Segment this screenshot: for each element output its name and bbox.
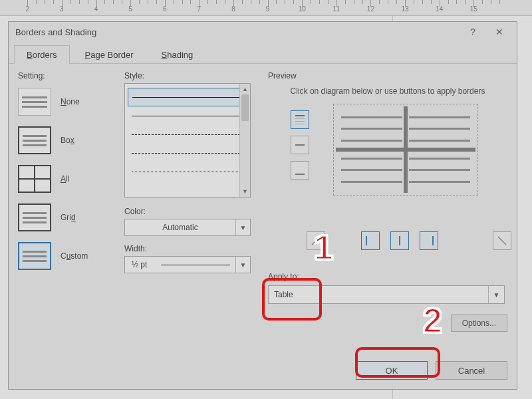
style-listbox[interactable]: ▲ ▼: [124, 83, 251, 198]
cancel-button[interactable]: Cancel: [436, 361, 507, 380]
style-column: Style: ▲ ▼ Color: Automatic ▼ Widt: [124, 71, 257, 273]
svg-rect-8: [399, 236, 400, 245]
ok-button[interactable]: OK: [356, 361, 428, 380]
setting-none-thumb: [18, 88, 51, 116]
dialog-titlebar: Borders and Shading ? ✕: [9, 22, 517, 42]
scroll-up-icon[interactable]: ▲: [240, 84, 250, 94]
svg-line-10: [498, 237, 506, 245]
border-mid-h-button[interactable]: [291, 136, 309, 154]
dialog-title: Borders and Shading: [15, 27, 96, 37]
style-scrollbar[interactable]: ▲ ▼: [239, 84, 250, 197]
width-value: ½ pt: [125, 260, 156, 269]
svg-rect-7: [366, 236, 367, 245]
style-option[interactable]: [128, 88, 247, 106]
preview-header: Preview: [268, 71, 507, 80]
svg-line-6: [312, 237, 320, 245]
apply-to-label: Apply to:: [268, 272, 507, 281]
style-option[interactable]: [128, 144, 247, 162]
border-bottom-icon: [295, 165, 305, 176]
diag-icon: [311, 235, 321, 246]
setting-all-thumb: [18, 165, 51, 193]
border-mid-v-icon: [394, 235, 405, 246]
border-right-icon: [424, 235, 434, 246]
setting-all[interactable]: All: [18, 162, 118, 196]
apply-to-value: Table: [269, 290, 488, 299]
tab-page-border[interactable]: Page Border: [72, 45, 146, 64]
border-right-button[interactable]: [420, 231, 438, 250]
setting-custom[interactable]: Custom: [18, 239, 118, 273]
width-sample-line: [161, 265, 230, 265]
svg-rect-3: [295, 124, 305, 124]
diag-icon: [497, 235, 507, 246]
border-left-button[interactable]: [361, 231, 380, 250]
width-label: Width:: [124, 244, 257, 253]
border-diag1-button[interactable]: [307, 231, 325, 250]
style-option[interactable]: [128, 125, 247, 144]
svg-rect-9: [432, 236, 434, 245]
close-button[interactable]: ✕: [486, 24, 513, 40]
setting-none[interactable]: None: [18, 84, 118, 119]
svg-rect-1: [295, 118, 305, 119]
tab-shading[interactable]: Shading: [149, 45, 206, 64]
close-icon: ✕: [495, 27, 503, 37]
border-mid-v-button[interactable]: [390, 231, 409, 250]
setting-grid-thumb: [18, 203, 51, 231]
options-button[interactable]: Options...: [451, 315, 507, 332]
dialog-tabs: Borders Page Border Shading: [9, 42, 517, 64]
borders-shading-dialog: Borders and Shading ? ✕ Borders Page Bor…: [8, 21, 517, 390]
border-mid-h-icon: [295, 140, 305, 150]
setting-box[interactable]: Box: [18, 123, 118, 158]
border-diag2-button[interactable]: [493, 231, 511, 250]
preview-hint: Click on diagram below or use buttons to…: [288, 86, 487, 97]
setting-header: Setting:: [18, 71, 118, 80]
preview-cell[interactable]: [336, 106, 475, 193]
svg-rect-2: [295, 121, 305, 122]
color-label: Color:: [124, 207, 257, 216]
border-top-icon: [295, 114, 305, 125]
apply-to-group: Apply to: Table ▼: [268, 272, 507, 304]
scroll-down-icon[interactable]: ▼: [240, 186, 250, 197]
help-button[interactable]: ?: [460, 24, 486, 40]
dialog-buttons: OK Cancel: [356, 361, 507, 380]
color-combobox[interactable]: Automatic ▼: [124, 219, 251, 236]
preview-diagram[interactable]: [295, 106, 501, 213]
chevron-down-icon: ▼: [235, 257, 250, 273]
svg-rect-5: [295, 174, 305, 175]
help-icon: ?: [470, 27, 475, 37]
svg-rect-4: [295, 144, 305, 146]
apply-to-combobox[interactable]: Table ▼: [268, 285, 505, 304]
setting-custom-thumb: [18, 242, 51, 270]
tab-borders[interactable]: Borders: [14, 45, 70, 64]
border-left-icon: [365, 235, 376, 246]
horizontal-ruler: 23456789101112131415: [0, 0, 532, 16]
color-value: Automatic: [125, 223, 235, 232]
setting-column: Setting: None Box All Grid Custom: [18, 71, 118, 277]
border-top-button[interactable]: [291, 110, 309, 129]
svg-rect-0: [295, 115, 305, 116]
setting-box-thumb: [18, 126, 51, 154]
style-option[interactable]: [128, 162, 247, 181]
style-label: Style:: [124, 71, 257, 80]
preview-column: Preview Click on diagram below or use bu…: [268, 71, 507, 213]
style-option[interactable]: [128, 106, 247, 125]
setting-grid[interactable]: Grid: [18, 200, 118, 235]
chevron-down-icon: ▼: [488, 286, 504, 303]
chevron-down-icon: ▼: [235, 219, 250, 235]
width-combobox[interactable]: ½ pt ▼: [124, 256, 251, 273]
scroll-thumb[interactable]: [241, 94, 249, 121]
border-bottom-button[interactable]: [291, 161, 309, 180]
